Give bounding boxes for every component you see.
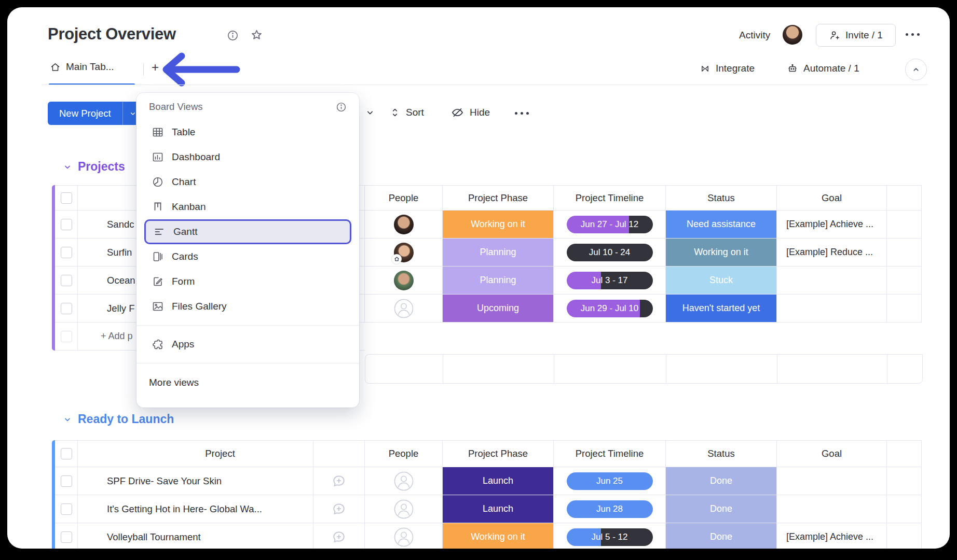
activity-button[interactable]: Activity (739, 30, 770, 41)
empty-person-icon[interactable] (394, 471, 414, 491)
info-icon[interactable] (227, 30, 239, 41)
chevron-down-icon[interactable] (63, 163, 72, 171)
timeline-cell[interactable]: Jul 3 - 17 (554, 267, 666, 295)
column-header-goal[interactable]: Goal (777, 440, 887, 467)
empty-person-icon[interactable] (394, 527, 414, 547)
select-all-cell[interactable] (55, 185, 78, 211)
phase-cell[interactable]: Planning (443, 267, 554, 295)
row-checkbox[interactable] (61, 275, 72, 286)
chat-plus-icon[interactable] (331, 473, 347, 489)
assignee-avatar[interactable] (394, 215, 414, 234)
goal-cell[interactable]: [Example] Achieve ... (777, 211, 887, 239)
menu-item-cards[interactable]: Cards (144, 244, 351, 269)
people-cell[interactable] (365, 267, 443, 295)
column-header-goal[interactable]: Goal (777, 185, 887, 211)
add-update-cell[interactable] (313, 467, 365, 495)
select-all-checkbox[interactable] (61, 192, 72, 204)
column-header-extra[interactable] (887, 440, 922, 467)
column-header-timeline[interactable]: Project Timeline (554, 185, 666, 211)
menu-item-apps[interactable]: Apps (144, 332, 351, 357)
people-cell[interactable] (365, 295, 443, 323)
status-cell[interactable]: Working on it (666, 239, 777, 267)
goal-cell[interactable]: [Example] Reduce ... (777, 239, 887, 267)
group-projects-header[interactable]: Projects (63, 160, 125, 174)
row-select-cell[interactable] (55, 523, 78, 549)
column-header-phase[interactable]: Project Phase (443, 185, 554, 211)
row-checkbox[interactable] (61, 219, 72, 230)
empty-person-icon[interactable] (394, 499, 414, 519)
people-cell[interactable] (365, 467, 443, 495)
people-cell[interactable] (365, 495, 443, 523)
row-select-cell[interactable] (55, 239, 78, 267)
hidden-control-chevron-down-icon[interactable] (365, 107, 375, 118)
integrate-button[interactable]: Integrate (700, 63, 755, 74)
row-select-cell[interactable] (55, 211, 78, 239)
row-checkbox[interactable] (61, 531, 72, 543)
timeline-pill[interactable]: Jun 27 - Jul 12 (567, 216, 653, 233)
row-checkbox[interactable] (61, 303, 72, 314)
group-ready-header[interactable]: Ready to Launch (63, 412, 174, 426)
new-project-split-button[interactable]: New Project (48, 102, 143, 125)
collapse-header-button[interactable] (905, 59, 927, 80)
status-cell[interactable]: Need assistance (666, 211, 777, 239)
timeline-cell[interactable]: Jun 28 (554, 495, 666, 523)
timeline-cell[interactable]: Jul 5 - 12 (554, 523, 666, 549)
menu-item-gantt-highlighted[interactable]: Gantt (144, 219, 351, 244)
column-header-updates[interactable] (313, 440, 365, 467)
project-name-cell[interactable]: SPF Drive- Save Your Skin (78, 467, 313, 495)
chevron-down-icon[interactable] (63, 415, 72, 424)
column-header-status[interactable]: Status (666, 185, 777, 211)
row-select-cell[interactable] (55, 267, 78, 295)
goal-cell[interactable] (777, 495, 887, 523)
add-update-cell[interactable] (313, 495, 365, 523)
timeline-pill[interactable]: Jun 25 (567, 472, 653, 490)
tab-main-table[interactable]: Main Tab... (50, 61, 114, 73)
assignee-avatar[interactable] (394, 243, 414, 262)
hide-button[interactable]: Hide (450, 106, 490, 119)
timeline-pill[interactable]: Jun 28 (567, 500, 653, 518)
automate-button[interactable]: Automate / 1 (787, 63, 859, 74)
phase-cell[interactable]: Working on it (443, 211, 554, 239)
menu-item-table[interactable]: Table (144, 120, 351, 145)
column-header-people[interactable]: People (365, 440, 443, 467)
timeline-cell[interactable]: Jul 10 - 24 (554, 239, 666, 267)
star-favorite-icon[interactable] (250, 29, 263, 41)
column-header-status[interactable]: Status (666, 440, 777, 467)
project-name-cell[interactable]: Volleyball Tournament (78, 523, 313, 549)
phase-cell[interactable]: Launch (443, 467, 554, 495)
status-cell[interactable]: Done (666, 495, 777, 523)
column-header-extra[interactable] (887, 185, 922, 211)
menu-item-dashboard[interactable]: Dashboard (144, 145, 351, 170)
timeline-cell[interactable]: Jun 25 (554, 467, 666, 495)
goal-cell[interactable] (777, 467, 887, 495)
phase-cell[interactable]: Launch (443, 495, 554, 523)
add-view-button[interactable]: + (152, 60, 159, 75)
column-header-timeline[interactable]: Project Timeline (554, 440, 666, 467)
status-cell[interactable]: Done (666, 467, 777, 495)
project-name-cell[interactable]: It's Getting Hot in Here- Global Wa... (78, 495, 313, 523)
goal-cell[interactable]: [Example] Achieve ... (777, 523, 887, 549)
row-select-cell[interactable] (55, 295, 78, 323)
board-more-options-icon[interactable] (906, 33, 920, 36)
phase-cell[interactable]: Working on it (443, 523, 554, 549)
people-cell[interactable] (365, 239, 443, 267)
assignee-avatar[interactable] (394, 271, 414, 290)
sort-button[interactable]: Sort (389, 106, 424, 119)
people-cell[interactable] (365, 211, 443, 239)
status-cell[interactable]: Done (666, 523, 777, 549)
phase-cell[interactable]: Planning (443, 239, 554, 267)
select-all-checkbox[interactable] (61, 448, 72, 459)
select-all-cell[interactable] (55, 440, 78, 467)
chat-plus-icon[interactable] (331, 529, 347, 545)
phase-cell[interactable]: Upcoming (443, 295, 554, 323)
menu-item-form[interactable]: Form (144, 269, 351, 294)
info-icon[interactable] (336, 102, 347, 113)
timeline-pill[interactable]: Jun 29 - Jul 10 (567, 300, 653, 317)
row-select-cell[interactable] (55, 467, 78, 495)
toolbar-more-options-icon[interactable] (515, 112, 529, 115)
timeline-pill[interactable]: Jul 10 - 24 (567, 244, 653, 261)
row-select-cell[interactable] (55, 495, 78, 523)
status-cell[interactable]: Haven't started yet (666, 295, 777, 323)
column-header-project[interactable]: Project (78, 440, 313, 467)
people-cell[interactable] (365, 523, 443, 549)
